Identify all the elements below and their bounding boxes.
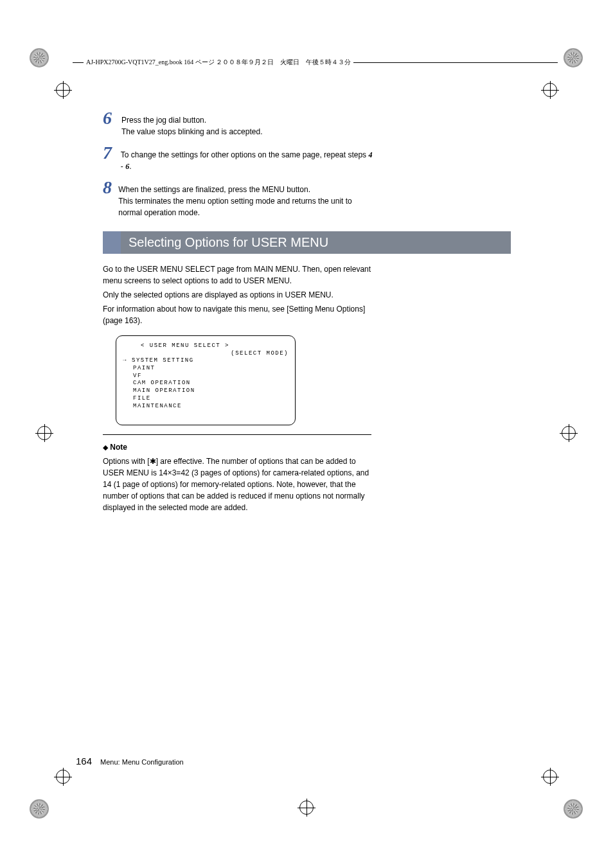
step-line: When the settings are finalized, press t… xyxy=(118,185,310,194)
menu-item-label: MAIN OPERATION xyxy=(133,387,195,394)
separator-rule xyxy=(103,434,371,435)
registration-mark-left-top xyxy=(54,81,72,99)
page-number: 164 xyxy=(76,756,92,766)
menu-item-label: SYSTEM SETTING xyxy=(132,357,194,364)
crop-corner-bl xyxy=(30,799,49,819)
intro-paragraph: For information about how to navigate th… xyxy=(103,303,373,326)
menu-items: →SYSTEM SETTING PAINT VF CAM OPERATION M… xyxy=(123,357,289,410)
intro-paragraph: Only the selected options are displayed … xyxy=(103,289,373,301)
footer-label: Menu: Menu Configuration xyxy=(100,758,184,766)
step-number: 7 xyxy=(103,144,118,162)
registration-mark-right-bot xyxy=(541,768,559,786)
menu-item: PAINT xyxy=(133,365,289,373)
diamond-icon: ◆ xyxy=(103,443,108,451)
registration-mark-bottom-center xyxy=(298,799,315,817)
step-6: 6 Press the jog dial button. The value s… xyxy=(103,109,373,137)
section-header-accent xyxy=(103,231,121,254)
section-header: Selecting Options for USER MENU xyxy=(103,231,511,254)
step-number: 6 xyxy=(103,109,118,127)
step-line: Press the jog dial button. xyxy=(121,116,206,125)
menu-item-label: VF xyxy=(133,373,142,379)
step-8: 8 When the settings are finalized, press… xyxy=(103,179,373,218)
step-line: The value stops blinking and is accepted… xyxy=(121,127,262,136)
menu-item: VF xyxy=(133,373,289,380)
menu-item: MAIN OPERATION xyxy=(133,387,289,395)
crop-corner-tr xyxy=(564,48,583,67)
menu-item: MAINTENANCE xyxy=(133,403,289,411)
step-7: 7 To change the settings for other optio… xyxy=(103,144,373,172)
step-text: When the settings are finalized, press t… xyxy=(118,179,373,218)
menu-item: FILE xyxy=(133,395,289,403)
registration-mark-right-top xyxy=(541,81,559,99)
menu-item: →SYSTEM SETTING xyxy=(123,357,289,365)
step-text: Press the jog dial button. The value sto… xyxy=(121,109,262,137)
arrow-icon: → xyxy=(123,357,132,365)
menu-item-label: FILE xyxy=(133,395,151,402)
step-text: To change the settings for other options… xyxy=(121,144,373,172)
step-line: To change the settings for other options… xyxy=(121,150,369,159)
page-footer: 164 Menu: Menu Configuration xyxy=(76,756,184,766)
note-label: Note xyxy=(110,443,127,452)
menu-item: CAM OPERATION xyxy=(133,380,289,387)
step-number: 8 xyxy=(103,179,115,197)
main-content: 6 Press the jog dial button. The value s… xyxy=(103,109,373,516)
crop-corner-tl xyxy=(30,48,49,67)
menu-mode: (SELECT MODE) xyxy=(123,350,289,358)
registration-mark-left-bot xyxy=(54,768,72,786)
header-filename: AJ-HPX2700G-VQT1V27_eng.book 164 ページ ２００… xyxy=(84,58,353,67)
registration-mark-right-mid xyxy=(560,424,578,442)
menu-item-label: CAM OPERATION xyxy=(133,380,191,386)
period: . xyxy=(129,162,131,171)
registration-mark-left-mid xyxy=(35,424,53,442)
crop-corner-br xyxy=(564,799,583,819)
section-title: Selecting Options for USER MENU xyxy=(121,231,511,254)
menu-title: < USER MENU SELECT > xyxy=(141,342,289,350)
menu-item-label: MAINTENANCE xyxy=(133,403,182,409)
step-line: This terminates the menu option setting … xyxy=(118,197,352,217)
menu-screen: < USER MENU SELECT > (SELECT MODE) →SYST… xyxy=(116,335,296,425)
inline-step-ref: 4 xyxy=(368,150,372,159)
menu-item-label: PAINT xyxy=(133,365,155,371)
note-heading: ◆ Note xyxy=(103,441,373,453)
intro-paragraph: Go to the USER MENU SELECT page from MAI… xyxy=(103,263,373,287)
note-body: Options with [✱] are effective. The numb… xyxy=(103,456,373,513)
